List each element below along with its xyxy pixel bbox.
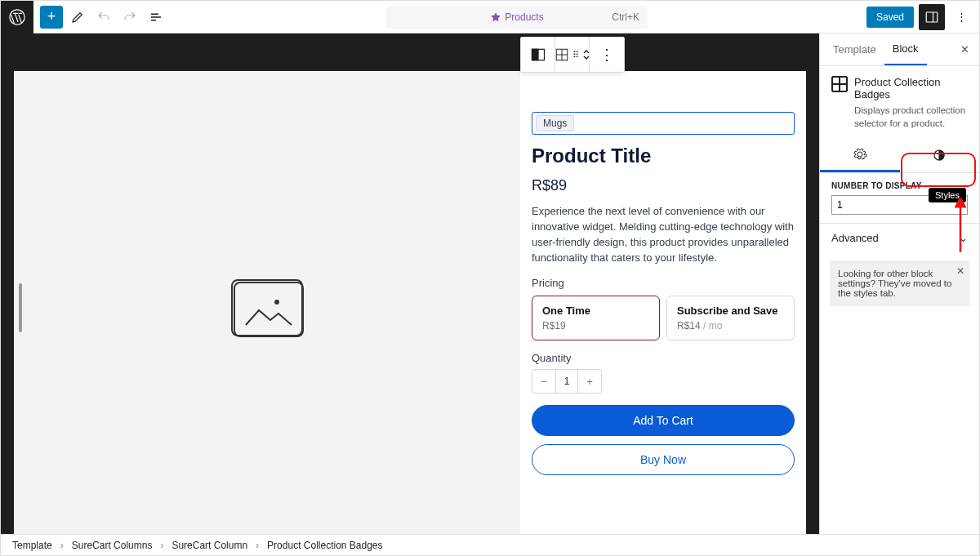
- collection-badge: Mugs: [536, 115, 574, 131]
- quantity-label: Quantity: [532, 352, 795, 364]
- product-price: R$89: [532, 177, 795, 194]
- quantity-value: 1: [555, 370, 578, 393]
- advanced-section-toggle[interactable]: Advanced ⌄: [820, 223, 979, 252]
- product-column: ⠿ ⋮ Mugs Product Title R$89 Experience t…: [520, 71, 806, 534]
- more-options-icon[interactable]: ⋮: [950, 6, 973, 29]
- breadcrumb-item[interactable]: SureCart Columns: [72, 540, 153, 551]
- block-type-icon[interactable]: [521, 38, 555, 72]
- collection-badge-row[interactable]: Mugs: [532, 112, 795, 135]
- tab-template[interactable]: Template: [825, 33, 884, 65]
- styles-tooltip: Styles: [929, 188, 966, 202]
- chevron-sort-icon: [582, 48, 590, 61]
- saved-button[interactable]: Saved: [866, 7, 914, 28]
- breadcrumb-item[interactable]: SureCart Column: [172, 540, 247, 551]
- breadcrumb-item[interactable]: Template: [12, 540, 52, 551]
- styles-hint: Looking for other block settings? They'v…: [830, 260, 969, 306]
- add-block-button[interactable]: +: [40, 6, 63, 29]
- resize-handle-left[interactable]: [19, 283, 22, 332]
- quantity-minus[interactable]: −: [532, 370, 555, 393]
- pricing-option-onetime[interactable]: One Time R$19: [532, 296, 660, 340]
- pricing-option-subscribe[interactable]: Subscribe and Save R$14 / mo: [666, 296, 795, 340]
- add-to-cart-button[interactable]: Add To Cart: [532, 405, 795, 436]
- pricing-label: Pricing: [532, 277, 795, 289]
- quantity-plus[interactable]: +: [578, 370, 601, 393]
- block-toolbar: ⠿ ⋮: [520, 37, 625, 73]
- dismiss-hint-icon[interactable]: ✕: [956, 265, 964, 277]
- styles-tab-icon[interactable]: [900, 138, 980, 172]
- block-icon: [831, 76, 848, 92]
- shortcut-hint: Ctrl+K: [612, 11, 639, 23]
- quantity-stepper: − 1 +: [532, 369, 602, 394]
- chevron-down-icon: ⌄: [959, 232, 968, 244]
- settings-sidebar: Template Block ✕ Product Collection Badg…: [819, 33, 979, 534]
- editor-canvas-wrap: ⠿ ⋮ Mugs Product Title R$89 Experience t…: [1, 33, 819, 534]
- tab-block[interactable]: Block: [884, 33, 927, 65]
- document-switcher[interactable]: Products Ctrl+K: [386, 6, 648, 29]
- list-view-icon[interactable]: [145, 6, 167, 29]
- breadcrumb-item[interactable]: Product Collection Badges: [267, 540, 382, 551]
- document-label: Products: [505, 11, 543, 23]
- top-toolbar: + Products Ctrl+K Saved ⋮: [1, 1, 979, 33]
- block-title: Product Collection Badges: [854, 76, 968, 100]
- block-columns-icon[interactable]: ⠿: [555, 38, 590, 72]
- undo-icon[interactable]: [92, 6, 115, 29]
- contrast-icon: [932, 148, 947, 162]
- breadcrumb: Template› SureCart Columns› SureCart Col…: [1, 534, 979, 555]
- image-placeholder-icon: [231, 279, 303, 336]
- redo-icon[interactable]: [118, 6, 141, 29]
- block-more-icon[interactable]: ⋮: [590, 38, 624, 72]
- settings-panel-toggle[interactable]: [919, 4, 945, 30]
- buy-now-button[interactable]: Buy Now: [532, 444, 795, 475]
- editor-canvas[interactable]: ⠿ ⋮ Mugs Product Title R$89 Experience t…: [14, 71, 806, 534]
- svg-rect-6: [532, 49, 538, 60]
- product-title: Product Title: [532, 145, 795, 167]
- settings-tab-icon[interactable]: [820, 138, 900, 172]
- wordpress-logo[interactable]: [1, 1, 33, 33]
- edit-icon[interactable]: [66, 6, 89, 29]
- gear-icon: [853, 147, 867, 162]
- block-description: Displays product collection selector for…: [831, 104, 968, 130]
- close-sidebar-icon[interactable]: ✕: [955, 40, 974, 60]
- svg-rect-1: [926, 12, 938, 22]
- product-description: Experience the next level of convenience…: [532, 204, 795, 265]
- svg-point-4: [275, 300, 278, 304]
- svg-rect-3: [234, 282, 303, 336]
